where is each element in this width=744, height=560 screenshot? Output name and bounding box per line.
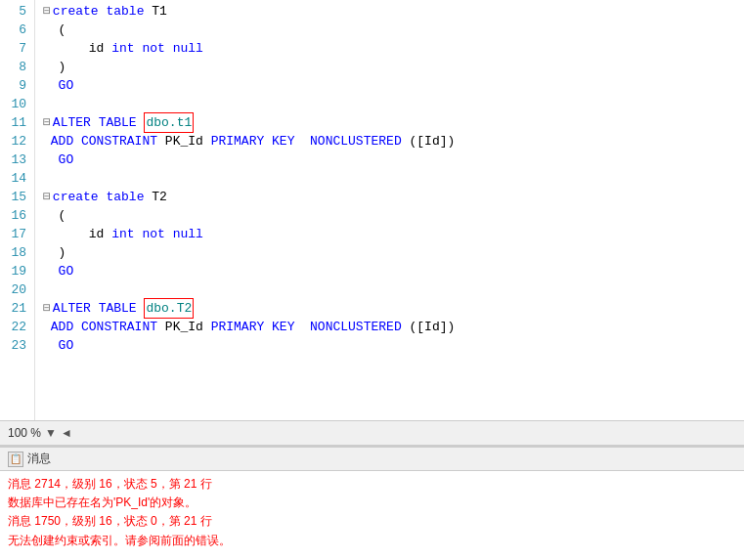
- tab-icon: 📋: [8, 452, 23, 467]
- editor-area: 567891011121314151617181920212223 ⊟creat…: [0, 0, 744, 420]
- line-number: 12: [8, 132, 26, 151]
- code-line: GO: [43, 262, 744, 280]
- line-number: 22: [8, 318, 26, 336]
- code-line: [43, 280, 744, 299]
- line-numbers: 567891011121314151617181920212223: [0, 0, 35, 420]
- code-line: GO: [43, 76, 744, 95]
- line-number: 8: [8, 58, 26, 76]
- message-line: 无法创建约束或索引。请参阅前面的错误。: [8, 532, 736, 550]
- line-number: 19: [8, 262, 26, 280]
- code-line: id int not null: [43, 225, 744, 243]
- bottom-panel: 📋 消息 消息 2714，级别 16，状态 5，第 21 行数据库中已存在名为'…: [0, 446, 744, 560]
- line-number: 16: [8, 206, 26, 225]
- line-number: 17: [8, 225, 26, 243]
- message-line: 消息 2714，级别 16，状态 5，第 21 行: [8, 475, 736, 494]
- message-panel: 📋 消息 消息 2714，级别 16，状态 5，第 21 行数据库中已存在名为'…: [0, 446, 744, 560]
- code-line: ): [43, 58, 744, 76]
- line-number: 11: [8, 113, 26, 132]
- line-number: 23: [8, 336, 26, 355]
- zoom-level: 100 %: [8, 426, 41, 440]
- zoom-dropdown-icon[interactable]: ▼: [45, 426, 57, 440]
- line-number: 13: [8, 151, 26, 169]
- line-number: 20: [8, 280, 26, 299]
- code-line: id int not null: [43, 39, 744, 58]
- status-bar: 100 % ▼ ◄: [0, 420, 744, 446]
- code-line: ⊟create table T2: [43, 188, 744, 206]
- line-number: 18: [8, 243, 26, 262]
- scroll-left-arrow[interactable]: ◄: [61, 426, 72, 440]
- line-number: 21: [8, 299, 26, 318]
- code-line: (: [43, 21, 744, 39]
- line-number: 7: [8, 39, 26, 58]
- line-number: 14: [8, 169, 26, 188]
- code-line: ⊟ALTER TABLE dbo.T2: [43, 299, 744, 318]
- code-line: ADD CONSTRAINT PK_Id PRIMARY KEY NONCLUS…: [43, 318, 744, 336]
- code-line: [43, 95, 744, 113]
- code-content[interactable]: ⊟create table T1 ( id int not null ) GO …: [35, 0, 744, 420]
- message-tab[interactable]: 📋 消息: [0, 448, 744, 471]
- line-number: 15: [8, 188, 26, 206]
- message-line: 消息 1750，级别 16，状态 0，第 21 行: [8, 512, 736, 531]
- tab-label: 消息: [27, 451, 51, 467]
- line-number: 6: [8, 21, 26, 39]
- line-number: 10: [8, 95, 26, 113]
- message-line: 数据库中已存在名为'PK_Id'的对象。: [8, 494, 736, 512]
- code-line: GO: [43, 336, 744, 355]
- line-number: 5: [8, 2, 26, 21]
- message-content: 消息 2714，级别 16，状态 5，第 21 行数据库中已存在名为'PK_Id…: [0, 471, 744, 554]
- code-line: [43, 169, 744, 188]
- code-line: ⊟ALTER TABLE dbo.t1: [43, 113, 744, 132]
- line-number: 9: [8, 76, 26, 95]
- code-line: (: [43, 206, 744, 225]
- code-line: ): [43, 243, 744, 262]
- code-line: GO: [43, 151, 744, 169]
- code-line: ⊟create table T1: [43, 2, 744, 21]
- code-line: ADD CONSTRAINT PK_Id PRIMARY KEY NONCLUS…: [43, 132, 744, 151]
